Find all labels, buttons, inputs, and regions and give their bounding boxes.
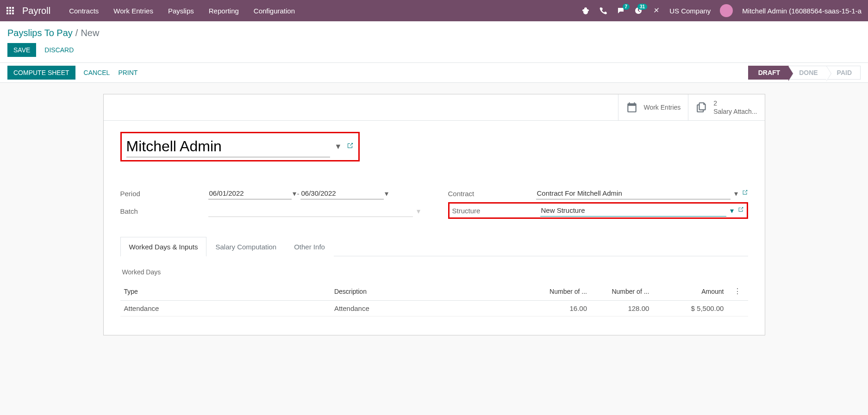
work-entries-label: Work Entries (643, 103, 681, 111)
form-container: Work Entries 2 Salary Attach... ▼ (0, 83, 868, 347)
col-num-hours: Number of ... (591, 282, 653, 301)
status-bar: COMPUTE SHEET CANCEL PRINT DRAFT DONE PA… (0, 63, 868, 83)
contract-label: Contract (448, 190, 536, 198)
structure-highlight: Structure ▾ (448, 202, 748, 219)
user-menu[interactable]: Mitchell Admin (16088564-saas-15-1-a (742, 7, 862, 15)
breadcrumb-parent[interactable]: Payslips To Pay (7, 28, 73, 38)
chevron-down-icon[interactable]: ▼ (335, 142, 342, 151)
save-button[interactable]: SAVE (7, 43, 36, 57)
status-steps: DRAFT DONE PAID (748, 66, 861, 80)
batch-input[interactable] (208, 205, 413, 217)
activity-badge: 31 (637, 4, 647, 10)
col-num-days: Number of ... (529, 282, 591, 301)
tools-icon[interactable] (652, 6, 660, 15)
chevron-down-icon[interactable]: ▾ (730, 206, 734, 215)
tab-content: Worked Days Type Description Number of .… (120, 256, 748, 324)
worked-days-table: Type Description Number of ... Number of… (120, 282, 748, 316)
menu-payslips[interactable]: Payslips (168, 7, 194, 15)
employee-highlight: ▼ (120, 132, 360, 161)
chevron-down-icon[interactable]: ▾ (385, 189, 388, 198)
cancel-button[interactable]: CANCEL (84, 69, 110, 76)
worked-days-section-title: Worked Days (122, 268, 746, 276)
period-from-input[interactable] (208, 187, 292, 199)
navbar-right: 7 31 US Company Mitchell Admin (16088564… (581, 4, 862, 17)
tabs: Worked Days & Inputs Salary Computation … (120, 236, 748, 256)
structure-label: Structure (452, 207, 540, 215)
phone-icon[interactable] (599, 6, 607, 15)
structure-input[interactable] (540, 204, 726, 217)
cell-type: Attendance (120, 301, 331, 316)
period-separator: - (297, 190, 300, 198)
calendar-icon (626, 101, 638, 113)
print-button[interactable]: PRINT (118, 69, 137, 76)
avatar[interactable] (720, 4, 733, 17)
top-navbar: Payroll Contracts Work Entries Payslips … (0, 0, 868, 21)
apps-icon[interactable] (6, 7, 14, 14)
cell-amount: $ 5,500.00 (653, 301, 727, 316)
period-label: Period (120, 190, 208, 198)
tab-worked-days[interactable]: Worked Days & Inputs (120, 237, 207, 256)
table-row[interactable]: Attendance Attendance 16.00 128.00 $ 5,5… (120, 301, 748, 316)
menu-reporting[interactable]: Reporting (209, 7, 239, 15)
external-link-icon[interactable] (346, 142, 354, 151)
col-description: Description (331, 282, 529, 301)
chat-icon[interactable]: 7 (617, 6, 625, 15)
contract-input[interactable] (536, 187, 731, 199)
external-link-icon[interactable] (742, 189, 748, 198)
breadcrumb-sep: / (75, 28, 78, 38)
menu-configuration[interactable]: Configuration (254, 7, 295, 15)
app-brand[interactable]: Payroll (22, 6, 50, 16)
activity-icon[interactable]: 31 (634, 6, 643, 15)
discard-button[interactable]: DISCARD (44, 46, 74, 54)
external-link-icon[interactable] (737, 206, 744, 215)
batch-label: Batch (120, 207, 208, 215)
control-panel: Payslips To Pay / New SAVE DISCARD (0, 21, 868, 63)
employee-input[interactable] (126, 136, 330, 157)
kebab-icon[interactable]: ⋮ (731, 287, 744, 295)
tab-salary-computation[interactable]: Salary Computation (206, 237, 285, 256)
menu-contracts[interactable]: Contracts (69, 7, 99, 15)
documents-icon (696, 101, 708, 113)
period-to-input[interactable] (300, 187, 384, 199)
chevron-down-icon[interactable]: ▾ (417, 207, 420, 216)
cell-description: Attendance (331, 301, 529, 316)
chevron-down-icon[interactable]: ▾ (293, 189, 296, 198)
salary-attachments-count: 2 (713, 99, 757, 107)
col-amount: Amount (653, 282, 727, 301)
salary-attachments-label: Salary Attach... (713, 107, 757, 116)
col-type: Type (120, 282, 331, 301)
status-paid[interactable]: PAID (827, 66, 861, 80)
compute-sheet-button[interactable]: COMPUTE SHEET (7, 66, 75, 80)
breadcrumb-current: New (81, 28, 99, 38)
status-done[interactable]: DONE (789, 66, 826, 80)
main-menu: Contracts Work Entries Payslips Reportin… (69, 7, 295, 15)
form-sheet: Work Entries 2 Salary Attach... ▼ (103, 94, 765, 335)
work-entries-stat[interactable]: Work Entries (618, 94, 688, 120)
company-selector[interactable]: US Company (669, 7, 711, 15)
cell-num-hours: 128.00 (591, 301, 653, 316)
menu-work-entries[interactable]: Work Entries (113, 7, 153, 15)
status-draft[interactable]: DRAFT (748, 66, 789, 80)
button-box: Work Entries 2 Salary Attach... (104, 94, 765, 121)
bug-icon[interactable] (581, 6, 590, 15)
chevron-down-icon[interactable]: ▾ (734, 189, 738, 198)
cell-num-days: 16.00 (529, 301, 591, 316)
tab-other-info[interactable]: Other Info (285, 237, 334, 256)
salary-attachments-stat[interactable]: 2 Salary Attach... (688, 94, 764, 120)
breadcrumb: Payslips To Pay / New (7, 28, 99, 38)
chat-badge: 7 (623, 4, 630, 10)
